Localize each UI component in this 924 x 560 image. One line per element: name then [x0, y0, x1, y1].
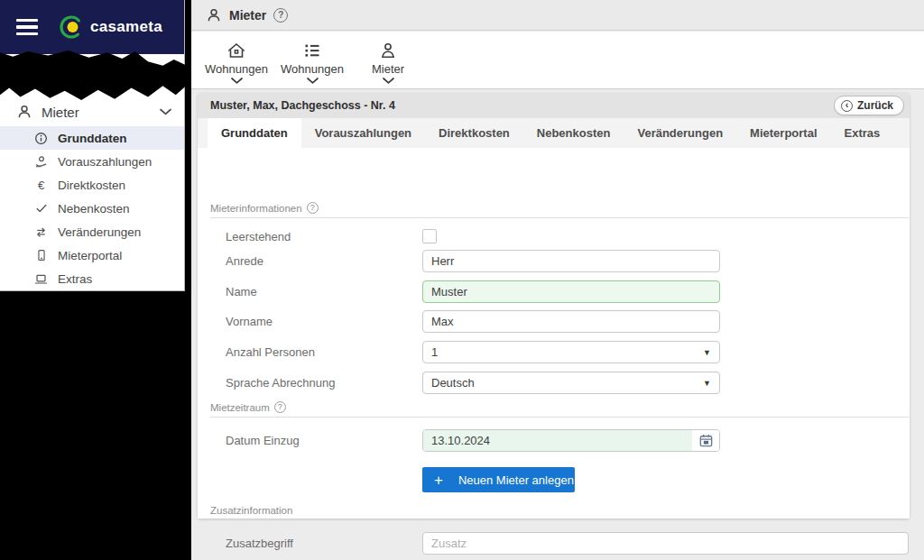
- tab-vorauszahlungen[interactable]: Vorauszahlungen: [301, 118, 425, 148]
- field-label: Leerstehend: [226, 230, 422, 243]
- toolbar-button-label: Wohnungen: [205, 62, 268, 76]
- list-icon: [302, 41, 322, 60]
- person-icon: [206, 7, 222, 23]
- help-icon[interactable]: ?: [307, 202, 319, 214]
- chevron-down-icon: [231, 78, 243, 84]
- section-title: Zusatzinformation: [210, 505, 292, 516]
- anrede-input[interactable]: [422, 250, 720, 272]
- field-label: Vorname: [226, 315, 422, 328]
- sidebar-item-extras[interactable]: Extras: [0, 267, 184, 290]
- tab-nebenkosten[interactable]: Nebenkosten: [523, 118, 624, 148]
- field-label: Sprache Abrechnung: [226, 376, 422, 390]
- chevron-down-icon: [383, 78, 394, 84]
- sidebar-item-mieterportal[interactable]: Mieterportal: [0, 243, 184, 267]
- sidebar-item-label: Nebenkosten: [58, 202, 130, 216]
- field-row-datum-einzug: Datum Einzug 13.10.2024: [226, 429, 720, 452]
- section-zusatzinformation: Zusatzinformation: [210, 505, 909, 520]
- field-row-anzahl-personen: Anzahl Personen 1 ▼: [226, 341, 720, 363]
- brand-logo-text: casameta: [90, 18, 162, 36]
- zusatzbegriff-input[interactable]: [422, 532, 909, 555]
- hamburger-menu-icon[interactable]: [16, 19, 38, 36]
- sprache-abrechnung-select[interactable]: Deutsch ▼: [422, 372, 720, 394]
- sidebar-item-direktkosten[interactable]: € Direktkosten: [0, 173, 184, 197]
- tab-grunddaten[interactable]: Grunddaten: [208, 118, 301, 148]
- form-content: Mieterinformationen ? Leerstehend Anrede…: [198, 148, 910, 519]
- select-value: Deutsch: [431, 376, 703, 390]
- field-label: Name: [226, 285, 422, 298]
- toolbar-mieter-button[interactable]: Mieter: [356, 35, 420, 88]
- section-mietzeitraum: Mietzeitraum ?: [210, 401, 909, 418]
- field-row-zusatzbegriff: Zusatzbegriff: [226, 532, 909, 555]
- name-input[interactable]: [422, 280, 720, 303]
- actions-row: + Neuen Mieter anlegen: [226, 467, 575, 492]
- toolbar-button-label: Wohnungen: [281, 62, 344, 76]
- field-row-name: Name: [226, 280, 720, 303]
- chevron-down-icon: [160, 108, 171, 115]
- toolbar-button-label: Mieter: [372, 62, 404, 76]
- neuen-mieter-anlegen-button[interactable]: + Neuen Mieter anlegen: [422, 467, 575, 492]
- back-button-label: Zurück: [857, 99, 893, 112]
- sidebar-item-vorauszahlungen[interactable]: Vorauszahlungen: [0, 150, 184, 173]
- toolbar: Wohnungen Wohnungen Mi: [191, 32, 924, 89]
- toolbar-wohnungen-home-button[interactable]: Wohnungen: [204, 35, 269, 88]
- plus-icon: +: [434, 473, 443, 488]
- sidebar-item-label: Mieterportal: [58, 249, 122, 262]
- button-label: Neuen Mieter anlegen: [458, 473, 574, 487]
- brand-header: casameta: [0, 0, 184, 54]
- chevron-down-icon: [307, 78, 319, 84]
- home-icon: [226, 41, 246, 60]
- euro-icon: €: [33, 179, 49, 191]
- field-label: Anrede: [226, 254, 422, 268]
- vorname-input[interactable]: [422, 310, 720, 333]
- sidebar-section-label: Mieter: [42, 105, 151, 120]
- sidebar-section-mieter[interactable]: Mieter: [0, 97, 184, 126]
- sidebar-item-label: Grunddaten: [58, 132, 127, 145]
- sidebar-item-label: Extras: [58, 272, 92, 286]
- sidebar-item-veraenderungen[interactable]: Veränderungen: [0, 220, 184, 243]
- tab-veraenderungen[interactable]: Veränderungen: [624, 118, 736, 148]
- datum-einzug-input[interactable]: 13.10.2024: [422, 429, 720, 452]
- sidebar-item-nebenkosten[interactable]: Nebenkosten: [0, 197, 184, 220]
- field-row-vorname: Vorname: [226, 310, 720, 333]
- field-row-leerstehend: Leerstehend: [226, 229, 437, 243]
- main-content-area: Mieter ? Wohnungen Wohnungen: [191, 0, 924, 560]
- payment-hand-icon: [33, 155, 49, 169]
- swap-arrows-icon: [33, 225, 49, 239]
- info-icon: [33, 132, 49, 145]
- tab-mieterportal[interactable]: Mieterportal: [736, 118, 830, 148]
- tab-direktkosten[interactable]: Direktkosten: [425, 118, 523, 148]
- caret-down-icon: ▼: [703, 379, 711, 388]
- leerstehend-checkbox[interactable]: [422, 229, 437, 243]
- sidebar-item-label: Direktkosten: [58, 179, 125, 192]
- casameta-logo-icon: [58, 14, 85, 41]
- section-title: Mieterinformationen: [210, 203, 302, 214]
- sidebar-menu-panel: casameta Mieter Grunddaten: [0, 0, 185, 291]
- laptop-icon: [33, 272, 49, 286]
- help-icon[interactable]: ?: [274, 401, 286, 413]
- page-header: Mieter ?: [191, 0, 924, 31]
- field-label: Datum Einzug: [226, 434, 422, 447]
- caret-down-icon: ▼: [703, 348, 711, 357]
- field-label: Zusatzbegriff: [226, 537, 422, 550]
- toolbar-wohnungen-list-button[interactable]: Wohnungen: [280, 35, 345, 88]
- sidebar-item-grunddaten[interactable]: Grunddaten: [0, 126, 184, 150]
- record-card: Muster, Max, Dachgeschoss - Nr. 4 ‹ Zurü…: [198, 93, 910, 519]
- page-title: Mieter: [229, 8, 266, 23]
- help-icon[interactable]: ?: [273, 8, 288, 23]
- record-titlebar: Muster, Max, Dachgeschoss - Nr. 4 ‹ Zurü…: [198, 93, 910, 118]
- person-icon: [378, 41, 398, 60]
- record-title: Muster, Max, Dachgeschoss - Nr. 4: [210, 99, 834, 112]
- sidebar-menu: Grunddaten Vorauszahlungen € Direktkoste…: [0, 126, 184, 290]
- smartphone-icon: [33, 249, 49, 262]
- back-button[interactable]: ‹ Zurück: [834, 96, 904, 115]
- tab-bar: Grunddaten Vorauszahlungen Direktkosten …: [198, 118, 910, 148]
- field-label: Anzahl Personen: [226, 345, 422, 359]
- anzahl-personen-select[interactable]: 1 ▼: [422, 341, 720, 363]
- date-value: 13.10.2024: [423, 430, 692, 451]
- select-value: 1: [431, 345, 703, 359]
- tab-extras[interactable]: Extras: [831, 118, 894, 148]
- redacted-region: [0, 50, 185, 101]
- section-mieterinformationen: Mieterinformationen ?: [210, 202, 909, 218]
- field-row-anrede: Anrede: [226, 250, 720, 272]
- section-title: Mietzeitraum: [210, 402, 270, 413]
